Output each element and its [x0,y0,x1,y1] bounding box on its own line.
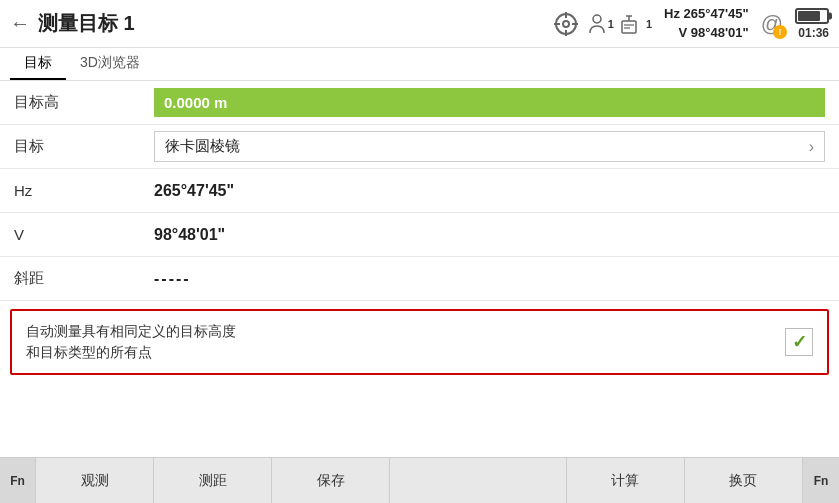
value-hz: 265°47'45" [154,182,825,200]
person-icon [586,13,608,35]
header-right: 1 1 Hz 265°47'45" V 98°48'01" @ ! [552,5,829,41]
target-value-text: 徕卡圆棱镜 [165,137,240,156]
v-value: V 98°48'01" [664,24,749,42]
value-target[interactable]: 徕卡圆棱镜 › [154,131,825,162]
survey-icon [620,13,646,35]
svg-rect-7 [622,21,636,33]
svg-point-1 [563,21,569,27]
toolbar-fn-left[interactable]: Fn [0,458,36,503]
form-row-target: 目标 徕卡圆棱镜 › [0,125,839,169]
tab-3d-browser[interactable]: 3D浏览器 [66,48,154,80]
battery-fill [798,11,820,21]
header-left: ← 测量目标 1 [10,10,135,37]
battery-icon [795,8,829,24]
crosshair-icon [552,10,580,38]
tabs: 目标 3D浏览器 [0,48,839,81]
value-v: 98°48'01" [154,226,825,244]
header: ← 测量目标 1 1 [0,0,839,48]
at-icon-box: @ ! [761,11,783,37]
warning-badge: ! [773,25,787,39]
label-v: V [14,226,154,243]
toolbar-save[interactable]: 保存 [272,458,390,503]
form-row-slope: 斜距 ----- [0,257,839,301]
hz-v-display: Hz 265°47'45" V 98°48'01" [664,5,749,41]
status-icons: 1 1 [552,10,652,38]
checkbox-label: 自动测量具有相同定义的目标高度 和目标类型的所有点 [26,321,773,363]
back-button[interactable]: ← [10,12,30,35]
hz-value: Hz 265°47'45" [664,5,749,23]
svg-point-6 [593,15,601,23]
checkmark-icon: ✓ [792,331,807,353]
form-row-target-height: 目标高 0.0000 m [0,81,839,125]
label-target: 目标 [14,137,154,156]
person-status-icon: 1 [586,13,614,35]
time-display: 01:36 [798,26,829,40]
page-title: 测量目标 1 [38,10,135,37]
survey-status-icon: 1 [620,13,652,35]
label-target-height: 目标高 [14,93,154,112]
label-hz: Hz [14,182,154,199]
checkbox-row[interactable]: 自动测量具有相同定义的目标高度 和目标类型的所有点 ✓ [10,309,829,375]
toolbar-measure[interactable]: 测距 [154,458,272,503]
toolbar: Fn 观测 测距 保存 计算 换页 Fn [0,457,839,503]
battery-time: 01:36 [795,8,829,40]
toolbar-empty [390,458,567,503]
checkbox-input[interactable]: ✓ [785,328,813,356]
label-slope: 斜距 [14,269,154,288]
person-badge: 1 [608,18,614,30]
arrow-right-icon: › [809,138,814,156]
main-content: 目标高 0.0000 m 目标 徕卡圆棱镜 › Hz 265°47'45" V … [0,81,839,457]
value-slope: ----- [154,270,825,288]
toolbar-calculate[interactable]: 计算 [567,458,685,503]
toolbar-observe[interactable]: 观测 [36,458,154,503]
form-row-hz: Hz 265°47'45" [0,169,839,213]
value-target-height[interactable]: 0.0000 m [154,88,825,117]
toolbar-page[interactable]: 换页 [685,458,803,503]
tab-target[interactable]: 目标 [10,48,66,80]
form-row-v: V 98°48'01" [0,213,839,257]
toolbar-fn-right[interactable]: Fn [803,458,839,503]
survey-badge: 1 [646,18,652,30]
